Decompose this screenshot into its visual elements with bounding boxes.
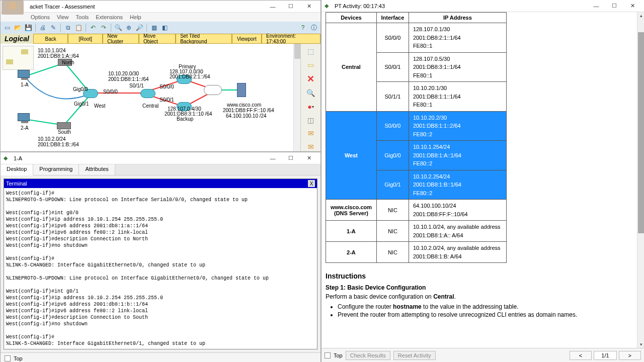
device-pc-2a[interactable] [18,113,32,124]
menu-extensions[interactable]: Extensions [96,14,123,20]
minimize-button[interactable]: — [264,2,281,12]
cell-ip: 10.10.2.0/24, any available address2001:… [409,242,506,263]
device-server-cisco[interactable] [237,83,246,97]
activity-scrollbar[interactable]: ▴ ▾ [637,12,644,348]
label-north: North [62,60,74,65]
menu-help[interactable]: Help [130,14,141,20]
inspect-tool-icon[interactable]: 🔍 [305,88,316,98]
table-row[interactable]: 1-ANIC10.10.1.0/24, any available addres… [326,221,507,242]
print-icon[interactable]: 🖨 [38,23,47,32]
label-cisco: www.cisco.com [227,102,261,108]
label-central: Central [142,103,158,109]
select-tool-icon[interactable]: ⬚ [305,47,316,56]
zoom-reset-icon[interactable]: ⊕ [124,23,133,32]
open-file-icon[interactable]: 📂 [13,23,22,32]
next-page-button[interactable]: > [619,351,641,360]
save-icon[interactable]: 💾 [24,23,33,32]
custom-icon[interactable]: ◧ [160,23,169,32]
nav-thumbnail[interactable] [3,46,34,70]
scroll-up-icon[interactable]: ▴ [637,12,644,19]
resize-tool-icon[interactable]: ◫ [305,115,316,125]
delete-tool-icon[interactable]: ✕ [305,73,316,84]
cell-ip: 10.10.2.254/242001:DB8:1:B::1/64FE80::2 [409,170,506,200]
pdu-simple-icon[interactable]: ✉ [305,129,316,138]
tab-programming[interactable]: Programming [33,164,79,175]
tab-attributes[interactable]: Attributes [79,164,115,175]
environment-label[interactable]: Environment: 17:43:00 [262,34,320,44]
device-switch-south[interactable] [57,122,71,129]
cell-device: 2-A [326,242,377,263]
device-close-button[interactable]: ✕ [300,153,317,163]
svg-line-3 [64,95,90,125]
device-pc-1a[interactable] [18,70,32,81]
scroll-down-icon[interactable]: ▾ [637,341,644,348]
move-object-button[interactable]: Move Object [139,34,176,44]
reset-activity-button[interactable]: Reset Activity [393,351,436,360]
maximize-button[interactable]: ☐ [282,2,299,12]
new-file-icon[interactable]: ▭ [3,23,12,32]
help-icon[interactable]: ? [298,23,307,32]
activity-minimize-button[interactable]: — [588,1,605,11]
cell-ip: 64.100.100.10/242001:DB8:FF:F::10/64 [409,200,506,221]
set-tiled-button[interactable]: Set Tiled Background [176,34,232,44]
back-button[interactable]: Back [33,34,68,44]
label-backup: Backup [177,116,193,122]
activity-window: ◆ PT Activity: 00:17:43 — ☐ ✕ Devices In… [321,0,644,362]
cell-ip: 10.10.20.2/302001:DB8:1:1::2/64FE80::2 [409,111,506,141]
topology-canvas[interactable]: 10.10.1.0/24 2001:DB8:1:A::/64 North 1-A… [1,44,320,151]
instruction-bullet: Configure the router hostname to the val… [338,303,636,310]
draw-tool-icon[interactable]: ●▾ [305,102,316,112]
note-tool-icon[interactable]: ▭ [305,60,316,70]
table-row[interactable]: 2-ANIC10.10.2.0/24, any available addres… [326,242,507,263]
undo-icon[interactable]: ↶ [89,23,98,32]
check-results-button[interactable]: Check Results [346,351,390,360]
table-row[interactable]: WestS0/0/010.10.20.2/302001:DB8:1:1::2/6… [326,111,507,141]
table-row[interactable]: www.cisco.com (DNS Server)NIC64.100.100.… [326,200,507,221]
viewport-button[interactable]: Viewport [232,34,262,44]
cell-interface: NIC [376,242,409,263]
device-maximize-button[interactable]: ☐ [282,153,299,163]
cell-ip: 10.10.1.0/24, any available address2001:… [409,221,506,242]
tab-desktop[interactable]: Desktop [1,164,33,175]
wizard-icon[interactable]: ✎ [49,23,58,32]
activity-maximize-button[interactable]: ☐ [606,1,623,11]
activity-close-button[interactable]: ✕ [624,1,641,11]
device-minimize-button[interactable]: — [264,153,281,163]
close-button[interactable]: ✕ [300,2,317,12]
label-s011: S0/1/1 [129,83,144,88]
new-cluster-button[interactable]: New Cluster [103,34,139,44]
terminal-close-button[interactable]: X [308,180,315,187]
cell-interface: Gig0/1 [376,170,409,200]
copy-icon[interactable]: ⧉ [63,23,72,32]
redo-icon[interactable]: ↷ [99,23,108,32]
device-router-central[interactable] [140,89,155,98]
pdu-complex-icon[interactable]: ✉ [305,142,316,151]
prev-page-button[interactable]: < [570,351,592,360]
palette-icon[interactable]: ▦ [149,23,158,32]
menu-view[interactable]: View [57,14,69,20]
col-interface: Interface [376,13,409,23]
root-button[interactable]: [Root] [68,34,103,44]
label-south-v6: 2001:DB8:1:B::/64 [38,142,79,147]
label-s000-2: S0/0/0 [159,84,174,89]
info-icon[interactable]: ⓘ [309,23,318,32]
logical-label: Logical [1,34,33,44]
label-south-net: 10.10.2.0/24 [38,136,66,142]
menu-tools[interactable]: Tools [76,14,89,20]
paste-icon[interactable]: 📋 [74,23,83,32]
activity-titlebar: ◆ PT Activity: 00:17:43 — ☐ ✕ [321,0,644,12]
terminal-output[interactable]: West(config-if)# %LINEPROTO-5-UPDOWN: Li… [4,188,317,349]
device-top-checkbox[interactable] [5,355,11,361]
step-heading: Step 1: Basic Device Configuration [326,284,636,291]
zoom-in-icon[interactable]: 🔍 [114,23,123,32]
table-row[interactable]: CentralS0/0/0128.107.0.1/302001:DB8:2:1:… [326,23,507,53]
activity-top-label: Top [334,352,343,358]
label-south: South [58,129,71,135]
device-cloud[interactable] [204,85,222,95]
menu-options[interactable]: Options [31,14,50,20]
terminal-panel: Terminal X West(config-if)# %LINEPROTO-5… [4,178,317,349]
activity-top-checkbox[interactable] [325,352,331,358]
topology-scrollbar[interactable] [293,44,300,151]
activity-title: PT Activity: 00:17:43 [335,3,385,9]
zoom-out-icon[interactable]: 🔎 [135,23,144,32]
